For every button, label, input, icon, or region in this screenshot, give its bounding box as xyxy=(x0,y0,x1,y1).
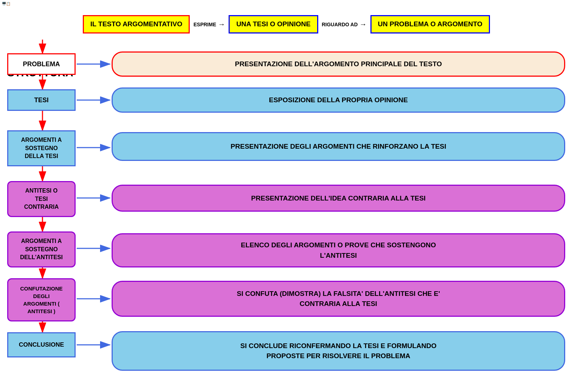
header-box3: UN PROBLEMA O ARGOMENTO xyxy=(370,15,490,33)
header-box2: UNA TESI O OPINIONE xyxy=(229,15,318,33)
right-box-confutazione: SI CONFUTA (DIMOSTRA) LA FALSITA' DELL'A… xyxy=(112,281,565,317)
left-box-tesi: TESI xyxy=(7,89,76,111)
right-box-antitesi: PRESENTAZIONE DELL'IDEA CONTRARIA ALLA T… xyxy=(112,185,565,212)
left-box-problema: PROBLEMA xyxy=(7,53,76,75)
right-box-argomenti-sostegno: PRESENTAZIONE DEGLI ARGOMENTI CHE RINFOR… xyxy=(112,132,565,161)
right-box-conclusione: SI CONCLUDE RICONFERMANDO LA TESI E FORM… xyxy=(112,331,565,371)
logo-area: 🖥️📋 xyxy=(2,2,10,6)
left-box-conclusione: CONCLUSIONE xyxy=(7,332,76,357)
left-box-antitesi: ANTITESI OTESICONTRARIA xyxy=(7,181,76,217)
arrow1: → xyxy=(218,20,225,28)
right-box-tesi: ESPOSIZIONE DELLA PROPRIA OPINIONE xyxy=(112,87,565,113)
connector2-text: RIGUARDO AD xyxy=(322,22,358,27)
connector2-group: RIGUARDO AD → xyxy=(322,20,367,28)
right-box-argomenti-antitesi: ELENCO DEGLI ARGOMENTI O PROVE CHE SOSTE… xyxy=(112,233,565,267)
left-box-confutazione: CONFUTAZIONEDEGLIARGOMENTI (ANTITESI ) xyxy=(7,278,76,321)
left-box-argomenti-sostegno: ARGOMENTI ASOSTEGNODELLA TESI xyxy=(7,130,76,166)
header-box1: IL TESTO ARGOMENTATIVO xyxy=(83,15,190,33)
connector1-text: ESPRIME xyxy=(193,22,216,27)
arrow2: → xyxy=(360,20,367,28)
header-flow: IL TESTO ARGOMENTATIVO ESPRIME → UNA TES… xyxy=(83,9,569,40)
connector1-group: ESPRIME → xyxy=(193,20,225,28)
page-container: 🖥️📋 STRUTTURA IL TESTO ARGOMENTATIVO ESP… xyxy=(0,0,576,392)
left-box-argomenti-antitesi: ARGOMENTI ASOSTEGNODELL'ANTITESI xyxy=(7,231,76,267)
right-box-problema: PRESENTAZIONE DELL'ARGOMENTO PRINCIPALE … xyxy=(112,51,565,77)
